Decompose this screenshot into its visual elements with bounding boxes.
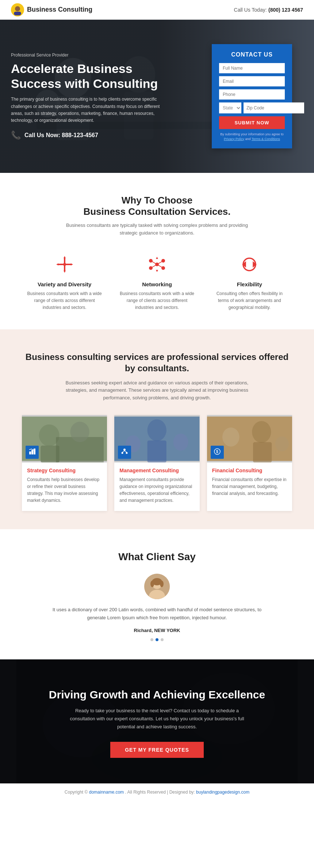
footer-domain-link[interactable]: domainname.com [89, 790, 124, 795]
financial-desc: Financial consultants offer expertise in… [212, 476, 287, 497]
svg-marker-11 [64, 256, 66, 258]
svg-point-65 [160, 581, 164, 587]
feature-flexibility-title: Flexibility [211, 281, 288, 287]
card-management-body: Management Consulting Management consult… [114, 462, 199, 511]
why-section: Why To ChooseWhy To Choose Business Cons… [0, 173, 314, 329]
contact-form: CONTACT US State ALAKAZAR CACOCTDE FLGAN… [212, 44, 292, 148]
cta-content: Driving Growth and Achieving Excellence … [22, 689, 292, 758]
hero-cta[interactable]: 📞 Call Us Now: 888-123-4567 [11, 131, 164, 140]
svg-marker-13 [56, 263, 58, 266]
card-financial-body: Financial Consulting Financial consultan… [207, 462, 292, 504]
svg-marker-29 [156, 257, 158, 259]
consulting-cards: Strategy Consulting Consultants help bus… [22, 415, 292, 511]
hero-cta-phone: Call Us Now: 888-123-4567 [24, 132, 98, 139]
zip-input[interactable] [244, 102, 304, 113]
card-strategy: Strategy Consulting Consultants help bus… [22, 415, 107, 511]
svg-marker-30 [156, 270, 158, 272]
why-description: Business consultants are typically taske… [66, 222, 248, 237]
state-select[interactable]: State ALAKAZAR CACOCTDE FLGANYTX [219, 102, 241, 113]
feature-flexibility-desc: Consulting often offers flexibility in t… [211, 290, 288, 311]
management-title: Management Consulting [119, 468, 194, 473]
pagination-dots [22, 638, 292, 641]
hero-title: Accelerate Business Success with Consult… [11, 61, 164, 91]
form-disclaimer: By submitting your information you agree… [219, 132, 285, 141]
svg-rect-39 [31, 450, 33, 454]
cta-section: Driving Growth and Achieving Excellence … [0, 659, 314, 783]
form-title: CONTACT US [219, 51, 285, 58]
svg-line-26 [157, 261, 163, 264]
testimonials-section: What Client Say It uses a dictionary of … [0, 529, 314, 659]
terms-link[interactable]: Terms & Conditions [252, 137, 280, 141]
card-financial-image: $ [207, 415, 292, 462]
svg-line-27 [151, 264, 157, 268]
svg-point-19 [63, 263, 66, 266]
testimonial-text: It uses a dictionary of over 200 Latin w… [51, 606, 263, 622]
feature-networking: Networking Business consultants work wit… [114, 252, 199, 315]
svg-point-49 [126, 452, 128, 454]
svg-point-54 [252, 421, 271, 443]
feature-variety: Variety and Diversity Business consultan… [22, 252, 107, 315]
features-list: Variety and Diversity Business consultan… [22, 252, 292, 315]
dot-1[interactable] [150, 638, 153, 641]
consulting-title: Business consulting services are profess… [22, 351, 292, 374]
management-desc: Management consultants provide guidance … [119, 476, 194, 504]
card-strategy-image [22, 415, 107, 462]
strategy-desc: Consultants help businesses develop or r… [27, 476, 102, 504]
testimonials-title: What Client Say [22, 551, 292, 563]
strategy-icon [28, 448, 36, 455]
network-icon [118, 255, 196, 277]
cta-button[interactable]: GET MY FREE QUOTES [110, 742, 204, 758]
footer-rights: . All Rights Reserved | Designed by: [125, 790, 195, 795]
dot-2[interactable] [156, 638, 158, 641]
strategy-title: Strategy Consulting [27, 468, 102, 473]
svg-rect-2 [14, 12, 21, 15]
avatar-image [144, 574, 170, 599]
hero-tag: Professional Service Provider [11, 53, 164, 58]
avatar-wrap [22, 574, 292, 599]
header: Business Consulting Call Us Today: (800)… [0, 0, 314, 20]
svg-point-48 [122, 452, 123, 454]
dot-3[interactable] [161, 638, 164, 641]
financial-icon-overlay: $ [211, 446, 224, 459]
strategy-icon-overlay [26, 446, 39, 459]
management-icon [121, 448, 128, 455]
logo-wrap: Business Consulting [11, 3, 92, 16]
cta-description: Ready to take your business to the next … [66, 707, 248, 731]
why-title: Why To ChooseWhy To Choose Business Cons… [22, 195, 292, 217]
card-management-image [114, 415, 199, 462]
consulting-header: Business consulting services are profess… [22, 351, 292, 402]
feature-networking-desc: Business consultants work with a wide ra… [118, 290, 196, 311]
consulting-description: Businesses seeking expert advice and gui… [62, 379, 252, 402]
svg-rect-44 [148, 441, 166, 462]
phone-input[interactable] [219, 89, 285, 100]
svg-marker-12 [64, 271, 66, 273]
logo-icon [11, 3, 24, 16]
state-zip-row: State ALAKAZAR CACOCTDE FLGANYTX [219, 102, 285, 113]
svg-text:$: $ [216, 450, 218, 454]
email-input[interactable] [219, 76, 285, 86]
svg-point-64 [150, 581, 154, 587]
feature-variety-title: Variety and Diversity [26, 281, 103, 287]
svg-line-50 [122, 451, 125, 452]
svg-rect-15 [64, 258, 65, 263]
footer: Copyright © domainname.com . All Rights … [0, 783, 314, 801]
testimonial-author: Richard, NEW YORK [22, 628, 292, 633]
footer-copyright: Copyright © [65, 790, 88, 795]
hero-description: The primary goal of business consulting … [11, 96, 164, 124]
phone-icon: 📞 [11, 131, 21, 140]
refresh-icon [211, 255, 288, 277]
card-strategy-body: Strategy Consulting Consultants help bus… [22, 462, 107, 511]
svg-rect-55 [253, 442, 272, 462]
hero-section: Professional Service Provider Accelerate… [0, 20, 314, 173]
privacy-policy-link[interactable]: Privacy Policy [224, 137, 244, 141]
footer-designer-link[interactable]: buylandingpagedesign.com [196, 790, 249, 795]
card-management: Management Consulting Management consult… [114, 415, 199, 511]
svg-line-28 [157, 264, 163, 268]
footer-text: Copyright © domainname.com . All Rights … [11, 790, 303, 795]
full-name-input[interactable] [219, 63, 285, 73]
submit-button[interactable]: SUBMIT NOW [219, 116, 285, 129]
svg-rect-17 [58, 264, 64, 265]
move-icon [26, 255, 103, 277]
header-phone-number: (800) 123 4567 [268, 7, 303, 13]
svg-rect-18 [66, 264, 71, 265]
